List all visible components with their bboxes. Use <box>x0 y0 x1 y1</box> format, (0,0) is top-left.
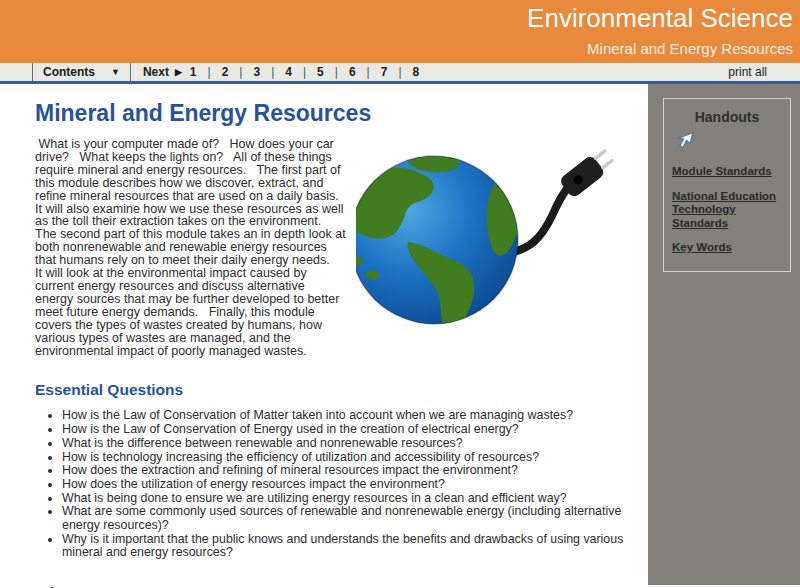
question-item: What is the difference between renewable… <box>62 437 644 451</box>
page-number-link[interactable]: 7 <box>356 65 388 79</box>
what-to-expect-heading: What to Expect <box>35 584 648 588</box>
handout-link[interactable]: Module Standards <box>672 165 782 179</box>
next-label: Next <box>143 65 169 79</box>
site-title: Environmental Science <box>0 4 793 33</box>
handout-links: Module Standards National Education Tech… <box>672 165 782 255</box>
module-subtitle: Mineral and Energy Resources <box>0 40 793 57</box>
page-number-link[interactable]: 3 <box>228 65 260 79</box>
page-number-link[interactable]: 5 <box>292 65 324 79</box>
navbar: Contents ▼ Next ▶ 1 2 3 4 5 6 7 8 <box>0 63 800 84</box>
page-number-link[interactable]: 1 <box>190 65 197 79</box>
question-item: How is the Law of Conservation of Energy… <box>62 423 644 437</box>
power-plug <box>558 146 617 199</box>
question-item: How does the extraction and refining of … <box>62 464 644 478</box>
handouts-heading: Handouts <box>672 109 782 125</box>
handouts-box: Handouts Module Standards National Educa… <box>663 98 791 272</box>
page-title: Mineral and Energy Resources <box>35 100 648 127</box>
page: Environmental Science Mineral and Energy… <box>0 0 800 588</box>
contents-menu-button[interactable]: Contents ▼ <box>32 63 131 81</box>
question-item: What are some commonly used sources of r… <box>62 505 644 532</box>
essential-questions-heading: Essential Questions <box>35 381 648 399</box>
page-links: 1 2 3 4 5 6 7 8 <box>190 65 419 79</box>
cursor-arrow-icon <box>674 130 782 154</box>
handout-link[interactable]: Key Words <box>672 241 782 255</box>
essential-questions-list: How is the Law of Conservation of Matter… <box>35 409 648 560</box>
chevron-right-icon: ▶ <box>175 67 182 77</box>
page-number-link[interactable]: 8 <box>387 65 419 79</box>
question-item: What is being done to ensure we are util… <box>62 492 644 506</box>
page-number-link[interactable]: 2 <box>197 65 229 79</box>
page-number-link[interactable]: 4 <box>260 65 292 79</box>
question-item: How is technology increasing the efficie… <box>62 451 644 465</box>
question-item: How is the Law of Conservation of Matter… <box>62 409 644 423</box>
print-all-link[interactable]: print all <box>728 65 800 79</box>
content-row: Mineral and Energy Resources <box>0 84 800 585</box>
sidebar: Handouts Module Standards National Educa… <box>648 84 800 585</box>
contents-label: Contents <box>43 65 95 79</box>
page-header: Environmental Science Mineral and Energy… <box>0 0 800 63</box>
next-button[interactable]: Next ▶ <box>131 65 190 79</box>
intro-section: What is your computer made of? How does … <box>35 138 648 357</box>
page-number-link[interactable]: 6 <box>324 65 356 79</box>
handout-link[interactable]: National Education Technology Standards <box>672 190 782 231</box>
chevron-down-icon: ▼ <box>111 67 120 77</box>
earth-plug-image <box>356 140 646 340</box>
question-item: How does the utilization of energy resou… <box>62 478 644 492</box>
question-item: Why is it important that the public know… <box>62 533 644 560</box>
main-content: Mineral and Energy Resources <box>0 84 648 585</box>
